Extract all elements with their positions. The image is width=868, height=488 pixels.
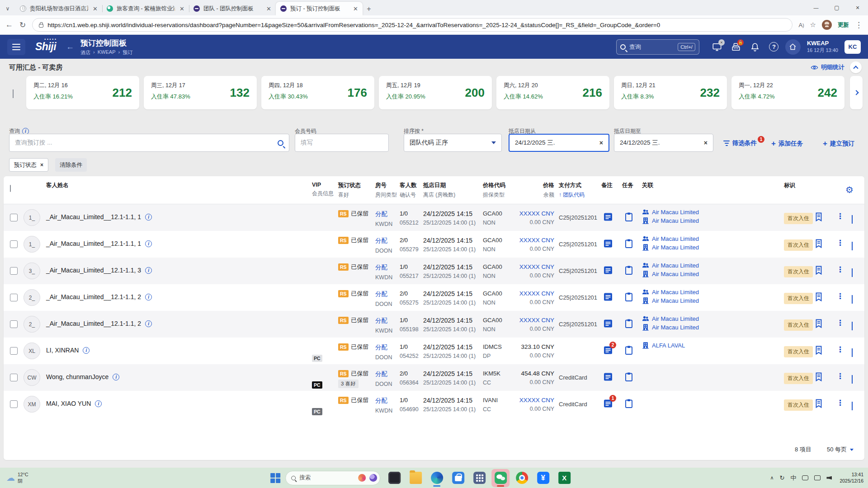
user-avatar-button[interactable]: KC [844, 40, 861, 54]
expand-row-chevron-icon[interactable] [852, 242, 853, 250]
price-value[interactable]: XXXXX CNY [519, 317, 554, 324]
tab-search-chevron-icon[interactable]: ∨ [0, 2, 15, 15]
folio-button[interactable] [814, 265, 824, 277]
ime-mode-indicator[interactable]: 中 [790, 474, 796, 482]
price-value[interactable]: XXXXX CNY [519, 237, 554, 244]
group-profile-link[interactable]: Air Macau Limited [642, 262, 699, 269]
row-menu-kebab-icon[interactable]: ⋮ [836, 211, 844, 221]
info-icon[interactable]: i [145, 294, 152, 300]
notes-button[interactable]: 2 [603, 345, 613, 357]
workstation-icon[interactable]: × [708, 38, 726, 56]
tab-close-icon[interactable]: ✕ [352, 5, 359, 12]
price-value[interactable]: XXXXX CNY [519, 263, 554, 270]
tab-close-icon[interactable]: ✕ [92, 5, 99, 12]
notifications-bell-icon[interactable] [745, 38, 764, 56]
expand-row-chevron-icon[interactable] [852, 268, 853, 277]
start-button[interactable] [270, 473, 280, 483]
tasks-button[interactable] [624, 345, 634, 357]
new-tab-button[interactable]: + [363, 3, 375, 15]
assign-room-link[interactable]: 分配 [375, 237, 387, 244]
expand-row-chevron-icon[interactable] [852, 322, 853, 330]
home-icon[interactable] [783, 38, 802, 56]
assign-room-link[interactable]: 分配 [375, 344, 387, 351]
detail-stats-button[interactable]: 明细统计 [811, 63, 844, 71]
phone-app-icon[interactable] [385, 469, 403, 487]
folio-button[interactable] [814, 399, 824, 410]
row-checkbox[interactable] [10, 347, 18, 355]
store-app-icon[interactable] [449, 469, 467, 487]
folio-button[interactable] [814, 212, 824, 224]
company-profile-link[interactable]: ALFA LAVAL [642, 342, 685, 349]
arrival-to-input[interactable]: 24/12/2025 三. × [614, 134, 713, 152]
cards-scroll-left-button[interactable] [13, 89, 14, 98]
row-checkbox[interactable] [10, 267, 18, 275]
info-icon[interactable]: i [83, 347, 90, 354]
assign-room-link[interactable]: 分配 [375, 371, 387, 377]
assign-room-link[interactable]: 分配 [375, 291, 387, 297]
tray-overflow-chevron-icon[interactable]: ∧ [770, 475, 774, 481]
browser-menu-kebab-icon[interactable]: ⋮ [855, 20, 863, 30]
tasks-button[interactable] [624, 399, 634, 410]
tab-close-icon[interactable]: ✕ [265, 5, 272, 12]
folio-button[interactable] [814, 372, 824, 384]
expand-row-chevron-icon[interactable] [852, 375, 853, 383]
arrival-from-input[interactable]: 24/12/2025 三. × [509, 134, 609, 152]
availability-day-card[interactable]: 周三, 12月 17 入住率 47.83% 132 [144, 76, 257, 109]
filter-conditions-button[interactable]: 筛选条件 1 [723, 139, 766, 147]
availability-day-card[interactable]: 周日, 12月 21 入住率 8.3% 232 [614, 76, 727, 109]
group-profile-link[interactable]: Air Macau Limited [642, 235, 699, 242]
tasks-button[interactable] [624, 239, 634, 250]
filter-chip-status[interactable]: 预订状态× [9, 158, 48, 172]
company-profile-link[interactable]: Air Macau Limited [642, 270, 699, 277]
add-task-button[interactable]: +添加任务 [771, 139, 803, 148]
row-checkbox[interactable] [10, 294, 18, 301]
excel-app-icon[interactable]: X [555, 469, 573, 487]
info-icon[interactable]: i [145, 214, 152, 221]
assign-room-link[interactable]: 分配 [375, 211, 387, 217]
tasks-button[interactable] [624, 372, 634, 384]
taskbar-search-input[interactable]: 搜索 [285, 471, 380, 485]
remove-chip-icon[interactable]: × [40, 162, 43, 168]
property-info[interactable]: KWEAP 16 12月 13:40 [807, 40, 838, 54]
alipay-app-icon[interactable]: ¥ [534, 469, 552, 487]
cards-scroll-right-button[interactable] [850, 76, 863, 109]
chrome-app-icon[interactable] [513, 469, 531, 487]
assign-room-link[interactable]: 分配 [375, 397, 387, 404]
notes-button[interactable] [603, 212, 613, 224]
row-menu-kebab-icon[interactable]: ⋮ [836, 238, 844, 248]
calculator-app-icon[interactable] [470, 469, 488, 487]
notes-button[interactable]: 1 [603, 399, 613, 410]
row-checkbox[interactable] [10, 320, 18, 328]
assign-room-link[interactable]: 分配 [375, 264, 387, 271]
table-settings-gear-icon[interactable]: ⚙ [845, 184, 854, 195]
info-icon[interactable]: i [145, 240, 152, 247]
info-icon[interactable]: i [113, 374, 119, 380]
weather-widget[interactable]: ☁ 12°C 阴 [6, 472, 28, 483]
availability-day-card[interactable]: 周二, 12月 16 入住率 16.21% 212 [26, 76, 139, 109]
taskbar-clock[interactable]: 13:41 2025/12/16 [840, 472, 863, 484]
row-checkbox[interactable] [10, 400, 18, 408]
row-checkbox[interactable] [10, 240, 18, 248]
notes-button[interactable] [603, 292, 613, 304]
help-icon[interactable]: ? [764, 38, 783, 56]
group-profile-link[interactable]: Air Macau Limited [642, 288, 699, 296]
notes-button[interactable] [603, 239, 613, 250]
expand-row-chevron-icon[interactable] [852, 402, 853, 410]
company-profile-link[interactable]: Air Macau Limited [642, 324, 699, 331]
tasks-button[interactable] [624, 212, 634, 224]
browser-update-button[interactable]: 更新 [838, 21, 849, 29]
folio-button[interactable] [814, 292, 824, 304]
price-value[interactable]: XXXXX CNY [519, 210, 554, 217]
sort-select[interactable]: 团队代码 正序 [404, 134, 502, 152]
browser-tab[interactable]: 预订 - 预订控制面板 ✕ [276, 2, 363, 15]
per-page-select[interactable]: 50 每页 [827, 446, 854, 454]
assign-room-link[interactable]: 分配 [375, 317, 387, 324]
address-bar[interactable]: https://cn1.web.ep.shiji.world/individua… [32, 18, 792, 32]
close-button[interactable]: × [847, 0, 868, 15]
clear-filters-chip[interactable]: 清除条件 [55, 158, 87, 172]
browser-profile-avatar[interactable] [822, 20, 832, 30]
row-menu-kebab-icon[interactable]: ⋮ [836, 318, 844, 328]
folio-button[interactable] [814, 319, 824, 330]
browser-tab[interactable]: 旅客查询 - 紫楠旅馆业治安信息管 ✕ [102, 2, 189, 15]
row-menu-kebab-icon[interactable]: ⋮ [836, 398, 844, 408]
